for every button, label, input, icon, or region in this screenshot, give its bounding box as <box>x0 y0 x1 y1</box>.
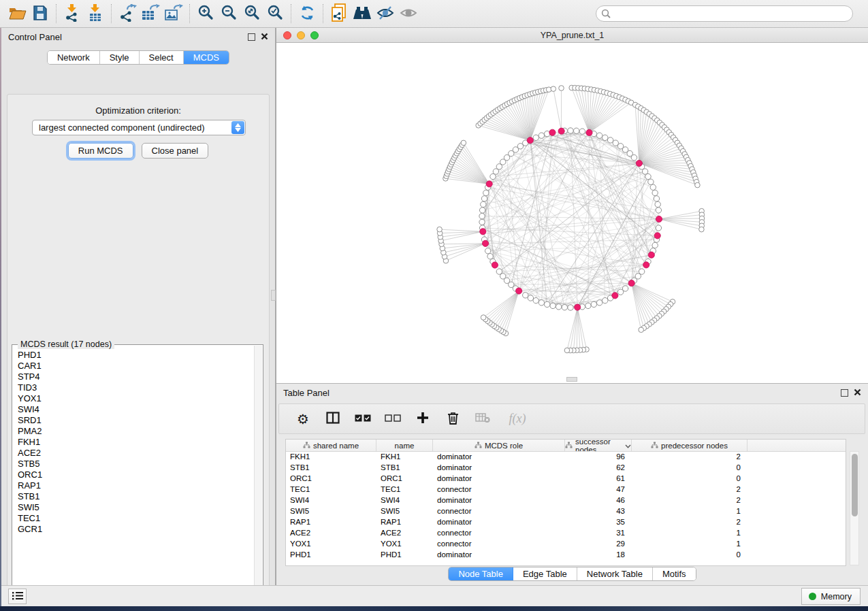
mcds-result-item[interactable]: SRD1 <box>18 415 254 426</box>
column-header-predecessor-nodes[interactable]: predecessor nodes <box>632 440 748 451</box>
network-node[interactable] <box>650 184 656 190</box>
network-node[interactable] <box>533 135 539 140</box>
network-node[interactable] <box>568 128 573 133</box>
column-header-name[interactable]: name <box>376 440 433 451</box>
network-node[interactable] <box>523 293 528 298</box>
mcds-result-item[interactable]: TEC1 <box>18 513 254 524</box>
network-leaf-node[interactable] <box>461 140 466 146</box>
export-image-button[interactable] <box>162 3 185 24</box>
float-panel-icon[interactable] <box>248 33 255 41</box>
network-leaf-node[interactable] <box>481 315 486 320</box>
network-node[interactable] <box>596 300 602 306</box>
mcds-result-item[interactable]: PMA2 <box>18 426 254 437</box>
column-header-successor-nodes[interactable]: successor nodes <box>565 440 632 451</box>
table-row[interactable]: STB1STB1dominator620 <box>286 463 846 474</box>
tab-motifs[interactable]: Motifs <box>653 567 696 580</box>
table-row[interactable]: ORC1ORC1dominator610 <box>286 474 846 484</box>
network-mcds-node[interactable] <box>516 288 522 294</box>
mcds-result-item[interactable]: CAR1 <box>18 361 254 371</box>
mcds-result-item[interactable]: FKH1 <box>18 437 254 448</box>
network-node[interactable] <box>479 219 485 225</box>
network-node[interactable] <box>642 169 647 174</box>
network-node[interactable] <box>490 174 496 179</box>
tab-network-table[interactable]: Network Table <box>577 567 653 580</box>
network-mcds-node[interactable] <box>612 293 618 299</box>
network-mcds-node[interactable] <box>480 229 486 235</box>
network-mcds-node[interactable] <box>656 216 662 222</box>
close-panel-icon[interactable] <box>854 386 861 399</box>
table-row[interactable]: YOX1YOX1connector291 <box>286 539 846 550</box>
network-mcds-node[interactable] <box>628 280 634 286</box>
hide-graphics-details-button[interactable] <box>374 3 397 24</box>
network-node[interactable] <box>579 129 585 134</box>
mcds-result-item[interactable]: STB1 <box>18 491 254 502</box>
network-mcds-node[interactable] <box>492 262 498 268</box>
show-columns-button[interactable] <box>323 409 343 429</box>
table-settings-button[interactable]: ⚙ <box>293 409 313 429</box>
mcds-result-item[interactable]: GCR1 <box>18 524 254 535</box>
table-row[interactable]: ACE2ACE2connector311 <box>286 528 846 539</box>
network-leaf-node[interactable] <box>564 348 570 353</box>
mcds-result-list[interactable]: PHD1CAR1STP4TID3YOX1SWI4SRD1PMA2FKH1ACE2… <box>13 346 254 596</box>
refresh-layout-button[interactable] <box>295 3 319 24</box>
mcds-result-item[interactable]: SWI4 <box>18 404 254 415</box>
search-network-button[interactable] <box>351 3 374 24</box>
import-table-button[interactable] <box>84 3 107 24</box>
zoom-fit-button[interactable] <box>240 3 263 24</box>
export-network-button[interactable] <box>116 3 139 24</box>
network-node[interactable] <box>617 289 623 295</box>
network-node[interactable] <box>602 297 608 303</box>
mcds-result-item[interactable]: YOX1 <box>18 393 254 404</box>
table-row[interactable]: RAP1RAP1dominator352 <box>286 517 846 528</box>
network-node[interactable] <box>496 269 502 274</box>
zoom-in-button[interactable] <box>194 3 217 24</box>
network-node[interactable] <box>607 137 613 143</box>
show-graphics-details-button[interactable] <box>397 3 420 24</box>
close-panel-button[interactable]: Close panel <box>142 143 209 159</box>
tab-network[interactable]: Network <box>48 51 100 64</box>
column-header-shared-name[interactable]: shared name <box>286 440 376 451</box>
network-node[interactable] <box>485 248 490 254</box>
unselect-all-columns-button[interactable] <box>383 409 403 429</box>
share-network-document-button[interactable] <box>327 3 351 24</box>
table-scrollbar-thumb[interactable] <box>852 454 858 516</box>
network-node[interactable] <box>479 213 485 218</box>
close-panel-icon[interactable] <box>261 31 268 43</box>
network-leaf-node[interactable] <box>559 86 564 91</box>
network-node[interactable] <box>556 304 561 310</box>
network-node[interactable] <box>481 201 486 207</box>
table-row[interactable]: SWI5SWI5connector431 <box>286 506 846 517</box>
network-mcds-node[interactable] <box>482 240 488 246</box>
minimize-window-icon[interactable] <box>297 31 305 39</box>
optimization-criterion-select[interactable]: largest connected component (undirected) <box>32 120 246 135</box>
float-panel-icon[interactable] <box>841 389 848 397</box>
run-mcds-button[interactable]: Run MCDS <box>68 143 133 159</box>
network-leaf-node[interactable] <box>699 227 705 232</box>
network-mcds-node[interactable] <box>648 252 654 258</box>
network-node[interactable] <box>481 196 487 201</box>
network-node[interactable] <box>483 190 489 195</box>
network-window-titlebar[interactable]: YPA_prune.txt_1 <box>276 28 868 43</box>
table-row[interactable]: PHD1PHD1dominator180 <box>286 550 846 561</box>
network-node[interactable] <box>656 208 661 213</box>
network-node[interactable] <box>550 303 556 308</box>
network-mcds-node[interactable] <box>549 129 556 135</box>
network-node[interactable] <box>533 297 539 303</box>
table-row[interactable]: FKH1FKH1dominator962 <box>286 452 846 463</box>
column-header-MCDS-role[interactable]: MCDS role <box>433 440 565 451</box>
network-mcds-node[interactable] <box>586 129 592 135</box>
network-node[interactable] <box>585 303 591 308</box>
table-scrollbar[interactable] <box>850 451 859 565</box>
maximize-window-icon[interactable] <box>310 31 319 39</box>
network-leaf-node[interactable] <box>639 327 644 333</box>
mcds-result-scrollbar[interactable] <box>254 346 262 596</box>
mcds-result-item[interactable]: ACE2 <box>18 448 254 459</box>
zoom-selected-button[interactable] <box>263 3 287 24</box>
network-leaf-node[interactable] <box>437 227 443 232</box>
network-mcds-node[interactable] <box>575 304 581 310</box>
network-mcds-node[interactable] <box>643 262 649 268</box>
network-canvas[interactable] <box>276 43 868 383</box>
mcds-result-item[interactable]: TID3 <box>18 382 254 393</box>
table-row[interactable]: SWI4SWI4dominator462 <box>286 495 846 506</box>
function-builder-button[interactable]: f(x) <box>502 409 532 429</box>
